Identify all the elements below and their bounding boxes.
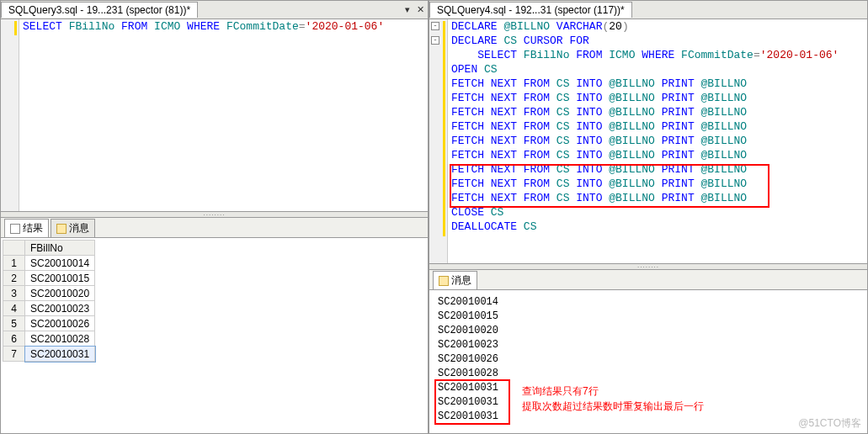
message-line: SC20010020 xyxy=(438,324,859,338)
tab-dropdown-icon[interactable]: ▾ xyxy=(402,4,413,15)
table-row[interactable]: 6SC20010028 xyxy=(3,331,95,347)
table-row[interactable]: 1SC20010014 xyxy=(3,256,95,271)
table-row[interactable]: 2SC20010015 xyxy=(3,271,95,286)
message-line: SC20010014 xyxy=(438,295,859,310)
right-result-tabs: 消息 xyxy=(429,270,867,290)
annotation-2: 提取次数超过结果数时重复输出最后一行 xyxy=(522,400,704,414)
right-messages: SC20010014SC20010015SC20010020SC20010023… xyxy=(429,290,867,433)
watermark: @51CTO博客 xyxy=(798,416,861,431)
msg-highlight-box xyxy=(434,379,510,425)
right-pane: SQLQuery4.sql - 192...31 (spector (117))… xyxy=(429,0,868,434)
results-tab[interactable]: 结果 xyxy=(4,219,49,237)
annotation-1: 查询结果只有7行 xyxy=(522,384,599,399)
h-splitter[interactable]: ········ xyxy=(429,263,867,270)
message-line: SC20010015 xyxy=(438,310,859,324)
tab-label: SQLQuery3.sql - 19...231 (spector (81))* xyxy=(8,4,190,16)
messages-tab[interactable]: 消息 xyxy=(51,219,95,237)
table-row[interactable]: 4SC20010023 xyxy=(3,301,95,316)
left-file-tab[interactable]: SQLQuery3.sql - 19...231 (spector (81))* xyxy=(1,2,198,18)
table-row[interactable]: 5SC20010026 xyxy=(3,316,95,331)
messages-tab[interactable]: 消息 xyxy=(433,271,477,289)
code-highlight-box xyxy=(450,164,769,208)
message-icon xyxy=(439,276,449,286)
h-splitter[interactable]: ········ xyxy=(1,211,428,218)
message-line: SC20010026 xyxy=(438,352,859,367)
results-table[interactable]: FBillNo1SC200100142SC200100153SC20010020… xyxy=(3,240,95,362)
left-results-grid: FBillNo1SC200100142SC200100153SC20010020… xyxy=(1,238,428,433)
table-row[interactable]: 3SC20010020 xyxy=(3,286,95,301)
left-tabbar: SQLQuery3.sql - 19...231 (spector (81))*… xyxy=(1,1,428,19)
table-row[interactable]: 7SC20010031 xyxy=(3,347,95,362)
message-icon xyxy=(56,224,67,234)
grid-icon xyxy=(10,224,20,234)
right-file-tab[interactable]: SQLQuery4.sql - 192...31 (spector (117))… xyxy=(429,2,632,18)
tab-close-icon[interactable]: ✕ xyxy=(413,4,428,15)
right-editor[interactable]: - - DECLARE @BILLNO VARCHAR(20) DECLARE … xyxy=(429,19,867,263)
left-editor[interactable]: SELECT FBillNo FROM ICMO WHERE FCommitDa… xyxy=(1,19,428,211)
left-pane: SQLQuery3.sql - 19...231 (spector (81))*… xyxy=(0,0,429,434)
tab-label: SQLQuery4.sql - 192...31 (spector (117))… xyxy=(437,4,625,16)
left-result-tabs: 结果 消息 xyxy=(1,218,428,238)
right-tabbar: SQLQuery4.sql - 192...31 (spector (117))… xyxy=(429,1,867,19)
message-line: SC20010023 xyxy=(438,338,859,352)
